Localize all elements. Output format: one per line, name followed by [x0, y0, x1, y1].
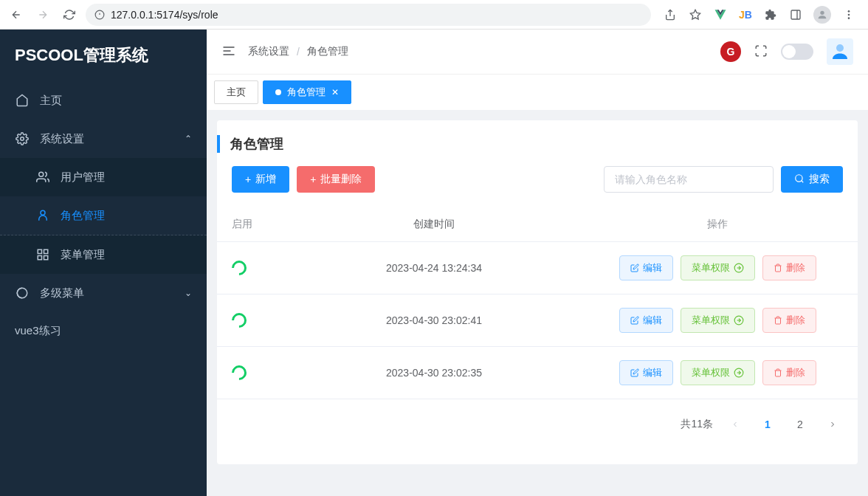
tab-role[interactable]: 角色管理 ✕: [263, 80, 351, 104]
jetbrains-icon[interactable]: JB: [738, 7, 753, 22]
vue-devtools-icon[interactable]: [713, 7, 728, 22]
svg-point-6: [820, 10, 824, 14]
sidebar-item-label: 主页: [40, 94, 192, 108]
svg-rect-15: [44, 256, 48, 260]
edit-button[interactable]: 编辑: [619, 255, 673, 280]
permission-button[interactable]: 菜单权限: [681, 360, 755, 385]
button-label: 菜单权限: [692, 314, 730, 327]
sidebar-item-system[interactable]: 系统设置 ⌃: [0, 120, 207, 158]
extensions-icon[interactable]: [763, 7, 778, 22]
users-icon: [35, 170, 50, 185]
column-header: 启用: [232, 218, 276, 231]
search-icon: [794, 173, 805, 186]
share-icon[interactable]: [663, 7, 678, 22]
close-icon[interactable]: ✕: [331, 87, 339, 97]
toolbar: + 新增 + 批量删除 搜索: [217, 166, 858, 193]
tab-home[interactable]: 主页: [214, 80, 258, 104]
gear-icon: [15, 131, 30, 146]
theme-toggle[interactable]: [781, 44, 813, 60]
tab-dot-icon: [275, 89, 281, 95]
sidebar-item-label: vue3练习: [15, 324, 192, 338]
page-number[interactable]: 1: [757, 414, 778, 435]
sidebar-item-menus[interactable]: 菜单管理: [0, 235, 207, 274]
fullscreen-icon[interactable]: [754, 44, 768, 60]
svg-rect-13: [38, 249, 41, 253]
svg-point-11: [39, 172, 44, 176]
collapse-sidebar-button[interactable]: [221, 44, 236, 61]
tabs-bar: 主页 角色管理 ✕: [207, 74, 868, 110]
menu-icon[interactable]: [841, 7, 856, 22]
search-button[interactable]: 搜索: [781, 166, 843, 193]
button-label: 删除: [786, 314, 805, 327]
button-label: 菜单权限: [692, 366, 730, 379]
button-label: 删除: [786, 261, 805, 275]
chevron-down-icon: ⌄: [185, 288, 192, 298]
pagination-total: 共11条: [681, 418, 713, 431]
permission-button[interactable]: 菜单权限: [681, 255, 755, 280]
sidebar-item-multilevel[interactable]: 多级菜单 ⌄: [0, 274, 207, 312]
app-logo: PSCOOL管理系统: [0, 30, 207, 81]
delete-button[interactable]: 删除: [762, 360, 816, 385]
reload-button[interactable]: [59, 4, 80, 25]
svg-marker-3: [690, 10, 700, 19]
page-number[interactable]: 2: [790, 414, 810, 435]
sidebar-item-roles[interactable]: 角色管理: [0, 196, 207, 235]
role-icon: [35, 208, 50, 223]
edit-button[interactable]: 编辑: [619, 360, 673, 385]
svg-rect-4: [791, 10, 800, 19]
sidebar-item-home[interactable]: 主页: [0, 81, 207, 120]
next-page-button[interactable]: [822, 414, 843, 435]
svg-point-22: [796, 174, 802, 181]
home-icon: [15, 93, 30, 108]
main-card: 角色管理 + 新增 + 批量删除: [217, 120, 858, 464]
svg-point-9: [848, 17, 850, 19]
edit-button[interactable]: 编辑: [619, 308, 673, 333]
sidebar-item-label: 多级菜单: [40, 286, 174, 300]
svg-point-8: [848, 13, 850, 16]
column-header: 操作: [592, 218, 843, 231]
batch-delete-button[interactable]: + 批量删除: [297, 166, 375, 193]
tab-label: 主页: [227, 86, 246, 99]
button-label: 菜单权限: [692, 261, 730, 275]
sidebar-item-practice[interactable]: vue3练习: [0, 312, 207, 350]
switch-icon[interactable]: [229, 362, 249, 383]
prev-page-button[interactable]: [725, 414, 745, 435]
sidebar-item-label: 系统设置: [40, 132, 174, 146]
app-header: 系统设置 / 角色管理 G: [207, 30, 868, 74]
sidebar-item-users[interactable]: 用户管理: [0, 158, 207, 196]
delete-button[interactable]: 删除: [762, 308, 816, 333]
switch-icon[interactable]: [229, 310, 249, 331]
panel-icon[interactable]: [788, 7, 803, 22]
forward-button[interactable]: [32, 4, 53, 25]
sidebar-item-label: 用户管理: [61, 170, 192, 185]
plus-icon: +: [245, 173, 251, 185]
search-input[interactable]: [604, 166, 774, 193]
svg-point-21: [836, 44, 844, 52]
sidebar-item-label: 菜单管理: [61, 248, 192, 262]
sidebar: PSCOOL管理系统 主页 系统设置 ⌃ 用户管理: [0, 30, 207, 496]
add-button[interactable]: + 新增: [232, 166, 289, 193]
sidebar-item-label: 角色管理: [61, 209, 192, 223]
breadcrumb-item: 角色管理: [307, 45, 348, 58]
delete-button[interactable]: 删除: [762, 255, 816, 280]
gitee-icon[interactable]: G: [720, 41, 741, 62]
breadcrumb-separator: /: [297, 46, 300, 58]
back-button[interactable]: [6, 4, 27, 25]
grid-icon: [35, 247, 50, 262]
switch-icon[interactable]: [229, 258, 249, 278]
plus-icon: +: [310, 173, 316, 185]
bookmark-icon[interactable]: [688, 7, 703, 22]
svg-point-10: [21, 137, 24, 141]
user-avatar[interactable]: [827, 38, 853, 65]
svg-point-7: [848, 10, 850, 13]
button-label: 编辑: [643, 314, 662, 327]
url-bar[interactable]: 127.0.0.1:5174/sys/role: [86, 4, 651, 26]
profile-avatar[interactable]: [813, 6, 831, 24]
permission-button[interactable]: 菜单权限: [681, 308, 755, 333]
breadcrumb-item[interactable]: 系统设置: [248, 45, 289, 58]
button-label: 编辑: [643, 261, 662, 275]
tab-label: 角色管理: [287, 86, 326, 99]
button-label: 搜索: [809, 173, 830, 186]
pagination: 共11条 1 2: [217, 399, 858, 450]
breadcrumb: 系统设置 / 角色管理: [248, 45, 709, 58]
